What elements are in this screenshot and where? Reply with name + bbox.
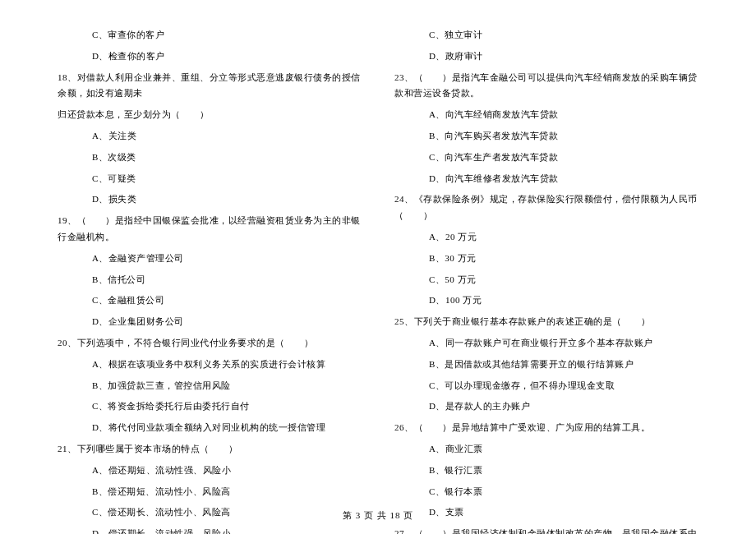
answer-option: C、银行本票: [394, 481, 698, 503]
page-footer: 第 3 页 共 18 页: [0, 509, 756, 522]
question-text: 25、下列关于商业银行基本存款账户的表述正确的是（ ）: [394, 311, 698, 333]
answer-option: A、同一存款账户可在商业银行开立多个基本存款账户: [394, 333, 698, 354]
answer-option: D、政府审计: [394, 46, 698, 67]
left-column: C、审查你的客户D、检查你的客户18、对借款人利用企业兼并、重组、分立等形式恶意…: [58, 25, 362, 534]
answer-option: D、100 万元: [394, 290, 698, 311]
answer-option: B、加强贷款三查，管控信用风险: [58, 375, 362, 397]
question-text: 21、下列哪些属于资本市场的特点（ ）: [58, 439, 362, 460]
answer-option: A、金融资产管理公司: [58, 248, 362, 269]
question-text: 24、《存款保险条例》规定，存款保险实行限额偿付，偿付限额为人民币（ ）: [394, 189, 698, 227]
page-container: C、审查你的客户D、检查你的客户18、对借款人利用企业兼并、重组、分立等形式恶意…: [0, 0, 756, 534]
answer-option: C、可疑类: [58, 168, 362, 190]
answer-option: A、偿还期短、流动性强、风险小: [58, 460, 362, 481]
answer-option: C、审查你的客户: [58, 25, 362, 46]
answer-option: D、向汽车维修者发放汽车贷款: [394, 168, 698, 190]
answer-option: D、企业集团财务公司: [58, 311, 362, 333]
answer-option: B、30 万元: [394, 248, 698, 269]
answer-option: B、是因借款或其他结算需要开立的银行结算账户: [394, 354, 698, 375]
answer-option: C、向汽车生产者发放汽车贷款: [394, 147, 698, 168]
answer-option: A、根据在该项业务中权利义务关系的实质进行会计核算: [58, 354, 362, 375]
answer-option: A、商业汇票: [394, 439, 698, 460]
answer-option: B、向汽车购买者发放汽车贷款: [394, 126, 698, 147]
question-text: 27、（ ）是我国经济体制和金融体制改革的产物，是我国金融体系中具有中国特色的一…: [394, 523, 698, 534]
question-text: 23、（ ）是指汽车金融公司可以提供向汽车经销商发放的采购车辆贷款和营运设备贷款…: [394, 67, 698, 105]
answer-option: D、将代付同业款项全额纳入对同业机构的统一授信管理: [58, 417, 362, 439]
answer-option: D、检查你的客户: [58, 46, 362, 67]
question-text: 18、对借款人利用企业兼并、重组、分立等形式恶意逃废银行债务的授信余额，如没有逾…: [58, 67, 362, 105]
answer-option: C、将资金拆给委托行后由委托行自付: [58, 396, 362, 417]
answer-option: A、20 万元: [394, 227, 698, 248]
answer-option: D、偿还期长、流动性强、风险小: [58, 523, 362, 534]
answer-option: C、50 万元: [394, 269, 698, 291]
answer-option: A、向汽车经销商发放汽车贷款: [394, 104, 698, 126]
question-text: 19、（ ）是指经中国银保监会批准，以经营融资租赁业务为主的非银行金融机构。: [58, 210, 362, 248]
question-text: 26、（ ）是异地结算中广受欢迎、广为应用的结算工具。: [394, 417, 698, 439]
answer-option: A、关注类: [58, 126, 362, 147]
answer-option: B、信托公司: [58, 269, 362, 291]
answer-option: C、金融租赁公司: [58, 290, 362, 311]
answer-option: B、次级类: [58, 147, 362, 168]
answer-option: B、偿还期短、流动性小、风险高: [58, 481, 362, 503]
answer-option: D、是存款人的主办账户: [394, 396, 698, 417]
answer-option: D、损失类: [58, 189, 362, 210]
answer-option: C、可以办理现金缴存，但不得办理现金支取: [394, 375, 698, 397]
answer-option: C、独立审计: [394, 25, 698, 46]
question-text: 20、下列选项中，不符合银行同业代付业务要求的是（ ）: [58, 333, 362, 354]
question-continuation: 归还贷款本息，至少划分为（ ）: [58, 104, 362, 126]
right-column: C、独立审计D、政府审计23、（ ）是指汽车金融公司可以提供向汽车经销商发放的采…: [394, 25, 698, 534]
answer-option: B、银行汇票: [394, 460, 698, 481]
